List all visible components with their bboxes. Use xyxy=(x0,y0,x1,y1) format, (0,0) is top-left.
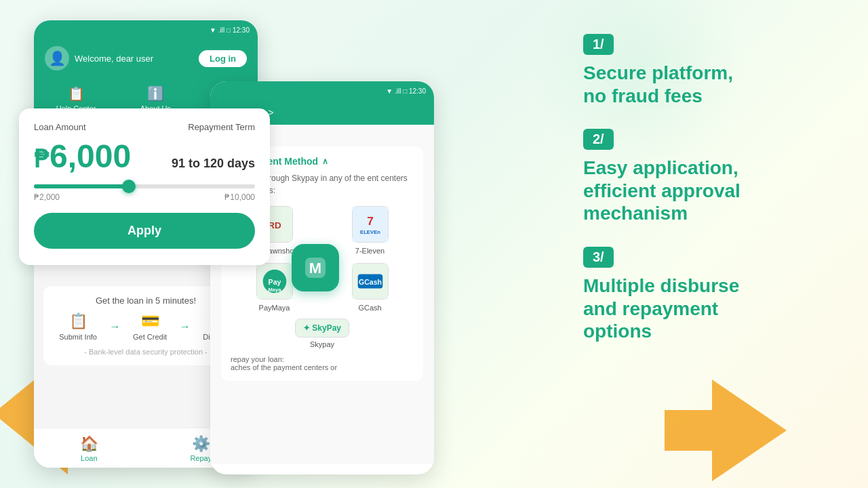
repay-icon: ⚙️ xyxy=(192,435,210,453)
skypay-row: ✦ SkyPay Skypay xyxy=(231,319,414,348)
feature-2-text: Easy application,efficient approvalmecha… xyxy=(583,157,841,225)
footer-text: repay your loan: xyxy=(231,355,414,363)
gcash-logo: GCash xyxy=(352,263,389,300)
step-credit: 💳 Get Credit xyxy=(133,312,167,341)
svg-marker-1 xyxy=(665,380,787,481)
feature-3-number: 3/ xyxy=(583,247,614,268)
loan-card: Loan Amount Repayment Term ₱6,000 91 to … xyxy=(19,108,270,265)
login-button[interactable]: Log in xyxy=(199,50,247,67)
help-icon: 📋 xyxy=(68,85,85,102)
loan-values-row: ₱6,000 91 to 120 days xyxy=(34,138,255,176)
7eleven-logo-svg: 7 ELEVEn xyxy=(353,206,388,243)
slider-min: ₱2,000 xyxy=(34,192,60,202)
feature-1-number: 1/ xyxy=(583,34,614,55)
arrow-1: → xyxy=(109,321,120,333)
svg-text:Pay: Pay xyxy=(268,278,281,286)
svg-text:GCash: GCash xyxy=(358,278,381,286)
loan-amount-value: ₱6,000 xyxy=(34,138,131,175)
slider-thumb xyxy=(122,180,136,193)
slider-track xyxy=(34,184,255,188)
skypay-logo: ✦ SkyPay xyxy=(295,319,349,338)
repayment-value: 91 to 120 days xyxy=(172,157,255,171)
bottom-repay[interactable]: ⚙️ Repay xyxy=(190,435,212,462)
feature-1-text: Secure platform,no fraud fees xyxy=(583,62,841,107)
welcome-area: 👤 Welcome, dear user xyxy=(45,46,153,70)
status-icons: ▼ .ill □ 12:30 xyxy=(210,26,250,34)
app-logo-svg: M xyxy=(302,254,329,281)
submit-icon: 📋 xyxy=(69,312,87,330)
skypay-logo-text: ✦ SkyPay xyxy=(303,323,341,333)
phone-header: 👤 Welcome, dear user Log in xyxy=(34,39,258,80)
payment-7eleven: 7 ELEVEn 7-Eleven xyxy=(326,206,414,255)
svg-text:Maya: Maya xyxy=(268,287,281,293)
paymaya-logo: Pay Maya xyxy=(256,263,293,300)
feature-2: 2/ Easy application,efficient approvalme… xyxy=(583,129,841,225)
avatar: 👤 xyxy=(45,46,69,70)
step-submit-label: Submit Info xyxy=(59,333,97,341)
step-submit: 📋 Submit Info xyxy=(59,312,97,341)
feature-3: 3/ Multiple disburseand repaymentoptions xyxy=(583,247,841,343)
svg-text:7: 7 xyxy=(367,214,374,228)
slider-fill xyxy=(34,184,129,188)
features-section: 1/ Secure platform,no fraud fees 2/ Easy… xyxy=(583,34,841,365)
repayment-label: Repayment Term xyxy=(188,122,255,132)
footer-text-1: repay your loan: xyxy=(231,355,284,363)
footer-text2: aches of the payment centers or xyxy=(231,363,414,371)
skypay-label: Skypay xyxy=(310,340,334,348)
credit-icon: 💳 xyxy=(141,312,159,330)
bottom-repay-label: Repay xyxy=(190,454,212,462)
feature-2-number: 2/ xyxy=(583,129,614,150)
about-icon: ℹ️ xyxy=(147,85,164,102)
feature-1: 1/ Secure platform,no fraud fees xyxy=(583,34,841,107)
feature-3-text: Multiple disburseand repaymentoptions xyxy=(583,274,841,343)
apply-button[interactable]: Apply xyxy=(34,213,255,249)
svg-text:ELEVEn: ELEVEn xyxy=(360,229,380,235)
paymaya-logo-svg: Pay Maya xyxy=(257,263,292,300)
7eleven-label: 7-Eleven xyxy=(355,247,384,255)
welcome-text: Welcome, dear user xyxy=(75,54,153,64)
status-mid-text: ▼ .ill □ 12:30 xyxy=(386,87,426,95)
bottom-loan-label: Loan xyxy=(81,454,97,462)
chevron-up-icon: ∧ xyxy=(322,157,328,166)
7eleven-logo: 7 ELEVEn xyxy=(352,206,389,243)
paymaya-label: PayMaya xyxy=(259,304,290,312)
peso-sign: ₱ xyxy=(34,145,50,173)
step-credit-label: Get Credit xyxy=(133,333,167,341)
gcash-label: GCash xyxy=(358,304,381,312)
footer-text-2: aches of the payment centers or xyxy=(231,363,337,371)
gcash-logo-svg: GCash xyxy=(353,263,388,300)
status-bar-mid: ▼ .ill □ 12:30 xyxy=(210,81,434,100)
loan-icon: 🏠 xyxy=(80,435,98,453)
time-main: 12:30 xyxy=(233,26,250,34)
payment-gcash: GCash GCash xyxy=(326,263,414,312)
loan-labels: Loan Amount Repayment Term xyxy=(34,122,255,132)
decorative-arrow-right xyxy=(665,380,787,481)
bottom-loan[interactable]: 🏠 Loan xyxy=(80,435,98,462)
slider-max: ₱10,000 xyxy=(224,192,255,202)
amount-number: 6,000 xyxy=(50,138,131,174)
slider-range: ₱2,000 ₱10,000 xyxy=(34,192,255,202)
app-icon: M xyxy=(292,244,339,291)
svg-text:M: M xyxy=(309,260,321,277)
loan-slider[interactable] xyxy=(34,184,255,188)
status-bar-main: ▼ .ill □ 12:30 xyxy=(34,20,258,39)
arrow-2: → xyxy=(180,321,191,333)
loan-amount-label: Loan Amount xyxy=(34,122,86,132)
